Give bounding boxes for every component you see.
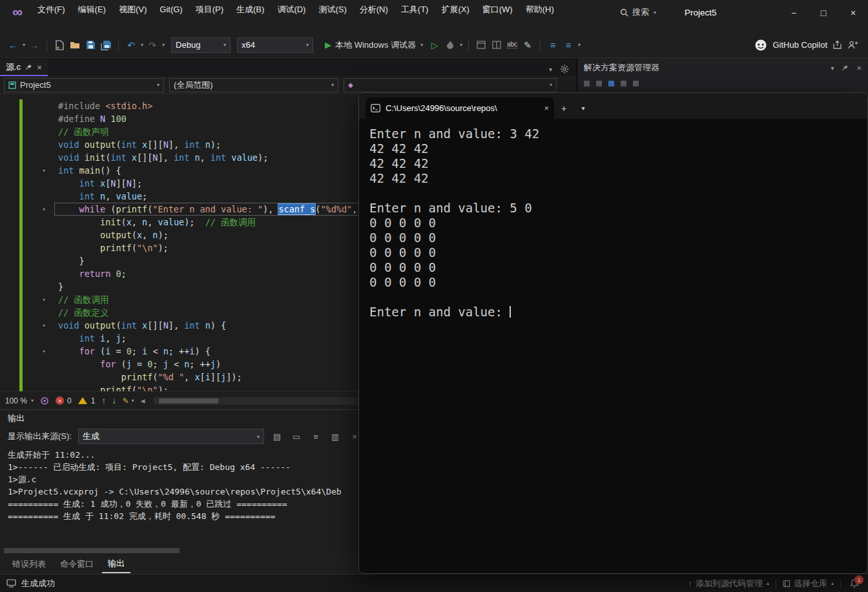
chevron-down-icon[interactable]: ▾: [23, 42, 25, 48]
maximize-button[interactable]: □: [809, 0, 838, 26]
warning-indicator[interactable]: 1: [78, 396, 96, 405]
open-folder-button[interactable]: [68, 37, 81, 53]
console-tab[interactable]: C:\Users\24996\source\repos\ ×: [366, 97, 554, 119]
notifications-button[interactable]: 1: [847, 577, 862, 591]
add-user-icon[interactable]: [847, 40, 858, 50]
save-all-button[interactable]: [99, 37, 112, 53]
new-tab-button[interactable]: +: [554, 97, 574, 119]
copilot-label[interactable]: GitHub Copilot: [772, 40, 827, 50]
watch-window-button[interactable]: [475, 37, 488, 53]
console-output[interactable]: Enter n and value: 3 4242 42 4242 42 424…: [359, 119, 867, 573]
chevron-down-icon[interactable]: ▾: [162, 42, 165, 48]
chevron-down-icon[interactable]: ▾: [831, 65, 834, 72]
pin-icon[interactable]: [25, 64, 32, 71]
menu-item-2[interactable]: 编辑(E): [72, 1, 112, 17]
explorer-toolbar-icon[interactable]: [608, 81, 614, 87]
intellisense-status-icon[interactable]: [40, 396, 49, 405]
explorer-toolbar-icon[interactable]: [621, 81, 626, 87]
close-tab-icon[interactable]: ×: [37, 63, 42, 72]
pin-icon[interactable]: [842, 65, 849, 72]
minimize-button[interactable]: −: [779, 0, 809, 26]
clear-output-icon[interactable]: ▭: [290, 432, 303, 442]
tab-dropdown-button[interactable]: ▾: [574, 97, 593, 119]
tab-list-chevron-icon[interactable]: ▾: [549, 66, 552, 73]
hot-reload-button[interactable]: [444, 37, 457, 53]
new-file-button[interactable]: [53, 37, 66, 53]
panel-tab-输出[interactable]: 输出: [102, 555, 130, 573]
add-to-source-control-button[interactable]: ↑ 添加到源代码管理 ▴: [688, 578, 769, 589]
undo-button[interactable]: ↶: [125, 37, 138, 53]
solution-configuration-dropdown[interactable]: Debug ▾: [171, 37, 231, 53]
select-repository-button[interactable]: 选择仓库 ▴: [783, 578, 834, 589]
chevron-down-icon[interactable]: ▾: [141, 42, 143, 48]
explorer-toolbar-icon[interactable]: [633, 81, 639, 87]
console-title-bar[interactable]: C:\Users\24996\source\repos\ × + ▾: [359, 93, 867, 119]
document-tab-source-c[interactable]: 源.c ×: [0, 59, 48, 76]
chevron-down-icon[interactable]: ▾: [578, 42, 581, 48]
scope-dropdown[interactable]: (全局范围) ▾: [169, 78, 338, 92]
menu-item-11[interactable]: 扩展(X): [435, 1, 475, 17]
solution-platform-dropdown[interactable]: x64 ▾: [237, 37, 313, 53]
zoom-dropdown[interactable]: 100 % ▾: [5, 396, 34, 405]
navigate-forward-button[interactable]: →: [28, 37, 41, 53]
code-cleanup-button[interactable]: ✎ ▾: [122, 396, 134, 405]
decrease-indent-button[interactable]: ≡: [546, 37, 559, 53]
menu-item-4[interactable]: Git(G): [153, 1, 189, 17]
menu-item-1[interactable]: 文件(F): [31, 1, 72, 17]
error-indicator[interactable]: × 0: [56, 396, 72, 405]
start-debugging-button[interactable]: ▶ 本地 Windows 调试器 ▾: [322, 37, 426, 54]
share-icon[interactable]: [832, 40, 842, 50]
fold-chevron-icon[interactable]: ▾: [39, 293, 49, 306]
menu-item-12[interactable]: 窗口(W): [476, 1, 519, 17]
scrollbar-thumb[interactable]: [159, 398, 218, 403]
member-dropdown[interactable]: ◆ ▾: [344, 78, 557, 92]
menu-item-10[interactable]: 工具(T): [395, 1, 435, 17]
chevron-down-icon[interactable]: ▾: [460, 42, 462, 48]
explorer-toolbar-icon[interactable]: [584, 81, 590, 87]
code-token: [58, 269, 79, 279]
fold-chevron-icon[interactable]: ▾: [39, 319, 49, 332]
fold-chevron-icon[interactable]: ▾: [39, 345, 49, 358]
panel-tab-命令窗口[interactable]: 命令窗口: [54, 556, 99, 573]
close-button[interactable]: ×: [838, 0, 868, 26]
fold-chevron-icon[interactable]: ▾: [39, 164, 49, 177]
format-document-button[interactable]: ✎: [521, 37, 534, 53]
menu-item-8[interactable]: 测试(S): [312, 1, 353, 17]
explorer-toolbar-icon[interactable]: [596, 81, 602, 87]
word-wrap-icon[interactable]: ≡: [309, 432, 322, 442]
project-dropdown[interactable]: Project5 ▾: [4, 78, 164, 92]
code-token: output: [85, 320, 116, 331]
columns-button[interactable]: [490, 37, 503, 53]
output-source-value: 生成: [83, 431, 99, 442]
debug-console-window[interactable]: C:\Users\24996\source\repos\ × + ▾ Enter…: [358, 92, 868, 574]
next-issue-button[interactable]: ↓: [112, 396, 116, 405]
navigate-back-button[interactable]: ←: [6, 37, 19, 53]
console-tab-close-icon[interactable]: ×: [544, 103, 549, 113]
output-source-dropdown[interactable]: 生成 ▾: [78, 429, 264, 444]
github-copilot-icon[interactable]: [754, 39, 767, 52]
menu-item-6[interactable]: 生成(B): [230, 1, 271, 17]
autoscroll-icon[interactable]: ▥: [329, 432, 342, 442]
menu-item-13[interactable]: 帮助(H): [519, 1, 561, 17]
warning-icon: [78, 397, 87, 404]
fold-chevron-icon[interactable]: ▾: [39, 203, 49, 216]
close-icon[interactable]: ×: [856, 63, 862, 73]
start-without-debugging-button[interactable]: ▷: [428, 37, 441, 53]
prev-issue-button[interactable]: ↑: [101, 396, 105, 405]
scroll-left-icon[interactable]: ◀: [141, 398, 145, 404]
panel-tab-错误列表[interactable]: 错误列表: [6, 556, 52, 573]
menu-item-3[interactable]: 视图(V): [112, 1, 153, 17]
spell-check-button[interactable]: abc: [506, 37, 519, 53]
increase-indent-button[interactable]: ≡: [562, 37, 575, 53]
menu-item-9[interactable]: 分析(N): [353, 1, 395, 17]
search-control[interactable]: 搜索 ▾: [615, 5, 661, 19]
menu-item-5[interactable]: 项目(P): [189, 1, 230, 17]
menu-item-7[interactable]: 调试(D): [271, 1, 312, 17]
redo-button[interactable]: ↷: [146, 37, 159, 53]
code-token: x: [137, 230, 142, 240]
save-button[interactable]: [84, 37, 97, 53]
status-message: 生成成功: [21, 578, 55, 589]
scrollbar-thumb[interactable]: [4, 548, 180, 553]
find-message-icon[interactable]: ▤: [271, 432, 284, 442]
gear-icon[interactable]: [560, 65, 569, 74]
